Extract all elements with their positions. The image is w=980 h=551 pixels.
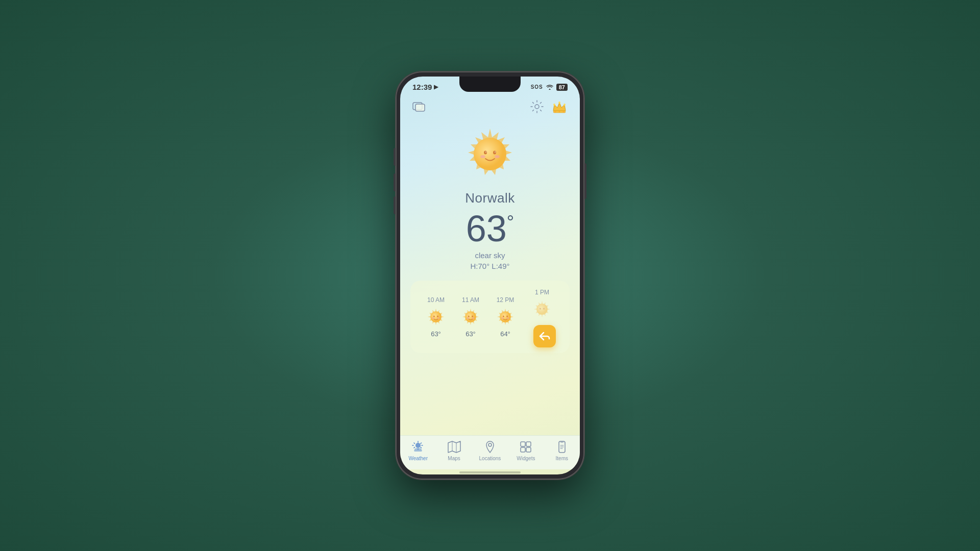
status-icons: SOS 87 [531,84,568,91]
temperature-display: 63° [466,210,514,247]
time-display: 12:39 [412,83,432,91]
forecast-time-0: 10 AM [427,296,445,304]
svg-point-31 [507,317,509,319]
svg-rect-43 [560,441,564,443]
phone-screen: 12:39 ▶ SOS 87 [400,77,580,474]
cards-icon[interactable] [410,98,428,115]
forecast-item-11am: 11 AM 63° [461,296,480,338]
svg-point-4 [558,102,560,104]
svg-point-24 [472,315,473,317]
svg-point-30 [501,317,504,319]
forecast-item-1pm: 1 PM [531,289,553,345]
svg-point-33 [540,308,541,309]
top-bar-left [410,98,428,115]
locations-tab-label: Locations [479,456,501,461]
svg-point-29 [506,315,508,317]
sos-indicator: SOS [531,84,543,90]
home-indicator [459,471,521,473]
sun-character [462,126,518,182]
svg-point-15 [485,152,486,153]
svg-point-22 [465,311,476,322]
svg-point-23 [468,315,470,317]
settings-icon[interactable] [529,98,545,115]
svg-point-16 [495,152,496,153]
forecast-item-12pm: 12 PM 64° [496,296,514,338]
svg-point-12 [493,151,496,155]
battery-percent: 87 [556,84,568,91]
forecast-sun-1 [461,308,480,326]
svg-point-10 [474,138,506,170]
svg-rect-39 [526,442,531,446]
status-time: 12:39 ▶ [412,83,438,91]
svg-point-2 [535,105,539,109]
forecast-sun-0 [427,308,445,326]
forecast-item-10am: 10 AM 63° [427,296,445,338]
items-tab-label: Items [556,456,568,461]
locations-tab-icon [483,440,497,454]
tab-locations[interactable]: Locations [475,440,505,461]
svg-point-34 [543,308,545,309]
weather-tab-label: Weather [408,456,428,461]
notch [459,77,521,92]
temp-value: 63 [466,208,507,249]
weather-tab-icon [411,440,425,454]
city-name: Norwalk [465,190,514,206]
temp-unit: ° [507,212,514,233]
svg-rect-40 [521,447,525,452]
svg-rect-1 [415,104,425,111]
weather-condition: clear sky [475,251,505,260]
svg-point-13 [480,155,485,158]
forecast-temp-0: 63° [431,330,441,338]
svg-point-9 [563,111,565,113]
forecast-sun-2 [496,308,514,326]
svg-point-19 [437,315,438,317]
battery-icon: 87 [556,84,568,91]
forecast-temp-1: 63° [465,330,476,338]
svg-point-5 [553,104,555,106]
maps-tab-icon [447,440,461,454]
forecast-time-1: 11 AM [462,296,479,304]
maps-tab-label: Maps [448,456,460,461]
tab-items[interactable]: Items [547,440,577,461]
items-tab-icon [555,440,569,454]
tab-widgets[interactable]: Widgets [510,440,541,461]
widgets-tab-icon [519,440,533,454]
forecast-time-3: 1 PM [535,289,549,296]
svg-point-11 [484,151,487,155]
forecast-time-2: 12 PM [497,296,514,304]
phone-frame: 12:39 ▶ SOS 87 [396,71,584,480]
share-button[interactable] [533,325,556,347]
svg-point-7 [555,111,556,113]
svg-rect-41 [526,447,531,452]
svg-point-18 [433,315,435,317]
svg-point-14 [495,155,500,158]
svg-point-32 [536,304,548,315]
tab-maps[interactable]: Maps [439,440,470,461]
widgets-tab-label: Widgets [517,456,535,461]
svg-point-17 [430,311,442,322]
top-bar [400,94,580,121]
main-content: Norwalk 63° clear sky H:70° L:49° 10 AM [400,121,580,435]
sun-svg [462,126,518,182]
top-bar-right [529,96,570,117]
svg-point-21 [437,317,440,319]
svg-point-6 [564,104,566,106]
temp-range: H:70° L:49° [470,262,509,270]
svg-point-8 [559,111,560,113]
svg-point-25 [467,317,469,319]
crown-icon[interactable] [549,96,570,117]
location-arrow-icon: ▶ [434,84,438,90]
tab-weather[interactable]: Weather [403,440,433,461]
forecast-temp-2: 64° [500,330,510,338]
svg-point-20 [432,317,434,319]
svg-point-35 [415,443,421,448]
forecast-card: 10 AM 63° 11 AM [410,281,570,353]
svg-point-27 [500,311,511,322]
share-arrow-icon [538,330,551,342]
svg-point-26 [472,317,475,319]
svg-point-28 [503,315,504,317]
tab-bar: Weather Maps [400,435,580,469]
svg-marker-36 [448,441,460,453]
svg-point-37 [488,443,492,446]
wifi-icon [546,84,554,91]
